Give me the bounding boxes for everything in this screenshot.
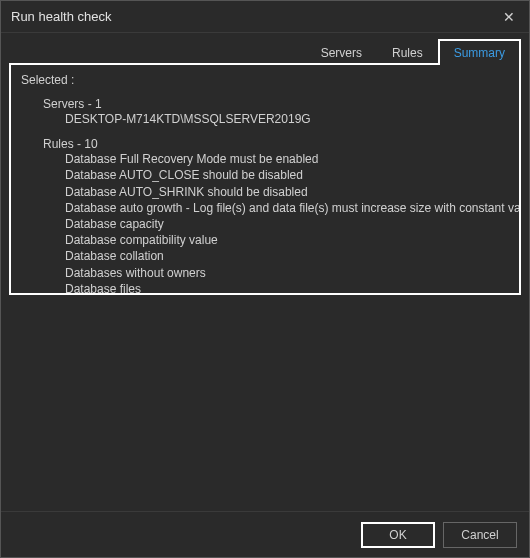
spacer — [9, 295, 521, 511]
list-item: Database compatibility value — [65, 232, 509, 248]
content-area: Servers Rules Summary Selected : Servers… — [1, 33, 529, 511]
tabbar: Servers Rules Summary — [9, 39, 521, 65]
list-item: Database capacity — [65, 216, 509, 232]
dialog-footer: OK Cancel — [1, 511, 529, 557]
titlebar: Run health check ✕ — [1, 1, 529, 33]
dialog-window: Run health check ✕ Servers Rules Summary… — [0, 0, 530, 558]
summary-panel: Selected : Servers - 1 DESKTOP-M714KTD\M… — [9, 63, 521, 295]
tab-summary[interactable]: Summary — [438, 39, 521, 65]
close-button[interactable]: ✕ — [495, 5, 523, 29]
ok-button[interactable]: OK — [361, 522, 435, 548]
list-item: Database AUTO_SHRINK should be disabled — [65, 184, 509, 200]
servers-list: DESKTOP-M714KTD\MSSQLSERVER2019G — [65, 111, 509, 127]
selected-label: Selected : — [21, 73, 509, 87]
list-item: Database files — [65, 281, 509, 295]
tab-rules[interactable]: Rules — [377, 39, 438, 65]
list-item: Database collation — [65, 248, 509, 264]
list-item: Database Full Recovery Mode must be enab… — [65, 151, 509, 167]
cancel-button[interactable]: Cancel — [443, 522, 517, 548]
list-item: DESKTOP-M714KTD\MSSQLSERVER2019G — [65, 111, 509, 127]
window-title: Run health check — [11, 9, 111, 24]
servers-header: Servers - 1 — [43, 97, 509, 111]
tab-servers[interactable]: Servers — [306, 39, 377, 65]
list-item: Database AUTO_CLOSE should be disabled — [65, 167, 509, 183]
list-item: Database auto growth - Log file(s) and d… — [65, 200, 509, 216]
rules-list: Database Full Recovery Mode must be enab… — [65, 151, 509, 295]
close-icon: ✕ — [503, 9, 515, 25]
list-item: Databases without owners — [65, 265, 509, 281]
rules-header: Rules - 10 — [43, 137, 509, 151]
